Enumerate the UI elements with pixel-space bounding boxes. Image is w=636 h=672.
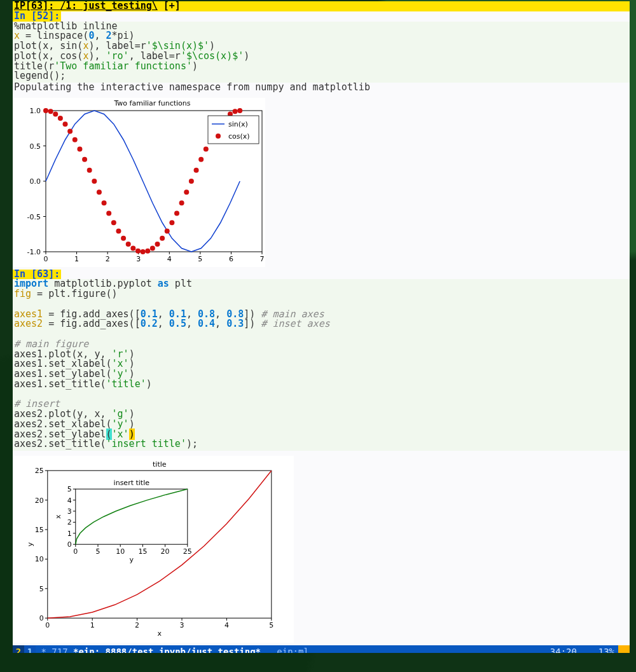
svg-text:1: 1 (74, 255, 79, 263)
modeline-tail-icon (618, 645, 630, 653)
cell-52[interactable]: In [52]: %matplotlib inline x = linspace… (13, 11, 630, 270)
code-line[interactable]: title(r'Two familiar functions') (14, 62, 628, 72)
svg-text:10: 10 (35, 555, 44, 563)
svg-text:-0.5: -0.5 (27, 212, 41, 221)
svg-point-37 (87, 167, 92, 172)
svg-point-57 (184, 189, 189, 195)
svg-point-59 (194, 167, 199, 172)
svg-point-28 (43, 108, 48, 113)
modeline-pos: 34:20 (550, 645, 577, 653)
svg-text:6: 6 (229, 255, 233, 263)
svg-text:sin(x): sin(x) (228, 120, 248, 128)
svg-text:5: 5 (198, 255, 202, 263)
plot-two-familiar: Two familiar functions01234567-1.0-0.50.… (14, 98, 265, 267)
svg-text:1.0: 1.0 (30, 107, 41, 115)
svg-text:2: 2 (106, 255, 110, 263)
plot-inset: 0123450510152025titlexy0510152025012345i… (14, 456, 294, 643)
svg-text:3: 3 (180, 621, 184, 629)
svg-text:0: 0 (39, 614, 44, 622)
svg-text:cos(x): cos(x) (228, 132, 250, 141)
svg-point-41 (106, 210, 111, 216)
code-line[interactable]: axes2.set_title('insert title'); (14, 439, 628, 449)
svg-point-45 (126, 242, 131, 247)
svg-point-35 (77, 146, 82, 151)
svg-text:2: 2 (67, 518, 72, 526)
svg-point-50 (150, 245, 155, 250)
modeline-star: * (36, 645, 52, 653)
svg-text:0.0: 0.0 (30, 177, 41, 186)
svg-point-32 (63, 121, 68, 127)
emacs-frame: IP[63]: /1: just_testing\ [+] In [52]: %… (13, 1, 630, 653)
svg-point-58 (189, 179, 194, 184)
svg-text:title: title (153, 460, 167, 469)
code-line[interactable]: axes2 = fig.add_axes([0.2, 0.5, 0.4, 0.3… (14, 319, 628, 329)
svg-text:5: 5 (39, 585, 44, 593)
svg-text:20: 20 (35, 497, 44, 505)
svg-point-30 (53, 111, 58, 116)
svg-point-49 (145, 248, 150, 253)
header-line: IP[63]: /1: just_testing\ [+] (13, 1, 630, 11)
svg-point-54 (169, 220, 174, 225)
svg-text:2: 2 (135, 621, 139, 629)
svg-text:3: 3 (136, 255, 141, 263)
svg-text:x: x (158, 629, 162, 638)
header-path: /1: just_testing\ (60, 1, 158, 11)
svg-point-67 (233, 109, 238, 114)
svg-point-53 (165, 228, 170, 233)
svg-text:15: 15 (138, 547, 147, 556)
modeline-badge-a: 2 (13, 645, 24, 653)
svg-point-29 (48, 109, 53, 114)
svg-point-42 (111, 220, 116, 225)
svg-text:4: 4 (67, 497, 72, 505)
svg-text:-1.0: -1.0 (27, 248, 41, 256)
svg-point-38 (92, 179, 97, 184)
svg-point-55 (174, 210, 179, 216)
svg-text:x: x (54, 514, 62, 519)
svg-point-60 (198, 156, 204, 161)
svg-text:1: 1 (90, 621, 95, 629)
svg-text:3: 3 (67, 507, 72, 516)
svg-text:insert title: insert title (114, 479, 150, 487)
output-text: Populating the interactive namespace fro… (13, 83, 630, 93)
svg-point-31 (58, 116, 63, 121)
svg-text:25: 25 (35, 467, 44, 475)
header-suffix: [+] (158, 1, 181, 11)
svg-point-46 (130, 245, 135, 250)
svg-point-56 (179, 200, 184, 205)
svg-point-51 (155, 242, 160, 247)
code-line[interactable]: fig = plt.figure() (14, 289, 628, 299)
svg-point-44 (121, 236, 126, 241)
svg-point-48 (141, 249, 146, 254)
svg-text:15: 15 (35, 526, 44, 534)
svg-text:20: 20 (161, 547, 170, 556)
modeline-mode: ein:ml (261, 645, 314, 653)
svg-point-72 (216, 134, 221, 139)
svg-point-39 (97, 189, 102, 195)
svg-point-34 (73, 137, 78, 142)
svg-point-52 (160, 236, 165, 241)
svg-point-36 (82, 156, 87, 161)
svg-text:Two familiar functions: Two familiar functions (113, 99, 190, 107)
modeline-badge-b: 1 (24, 645, 36, 653)
cell-63[interactable]: In [63]: import matplotlib.pyplot as plt… (13, 270, 630, 645)
modeline-pct: 13% (577, 645, 614, 653)
svg-text:0.5: 0.5 (30, 142, 41, 150)
mode-line: 2 1 * 717 *ein: 8888/test.ipynb/just_tes… (13, 645, 630, 653)
svg-text:4: 4 (167, 255, 172, 263)
svg-text:y: y (26, 542, 34, 546)
svg-text:5: 5 (96, 547, 100, 556)
svg-point-40 (102, 200, 107, 205)
svg-text:0: 0 (67, 540, 72, 549)
svg-text:5: 5 (269, 621, 273, 629)
svg-point-43 (116, 228, 121, 233)
svg-text:1: 1 (67, 530, 72, 538)
svg-point-33 (67, 128, 73, 134)
svg-point-47 (135, 248, 141, 253)
code-line[interactable]: axes1.set_title('title') (14, 380, 628, 390)
svg-text:10: 10 (116, 547, 125, 556)
code-line[interactable]: legend(); (14, 71, 628, 81)
svg-text:y: y (130, 556, 134, 564)
svg-text:0: 0 (45, 621, 50, 629)
svg-text:7: 7 (260, 255, 265, 263)
svg-text:5: 5 (67, 485, 72, 493)
